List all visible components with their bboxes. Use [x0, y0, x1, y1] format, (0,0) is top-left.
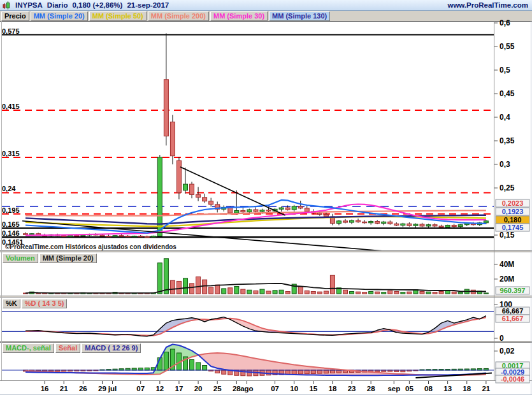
svg-text:0,146: 0,146	[2, 229, 20, 237]
stoch-header-badge-1[interactable]: %D ( 14 3 5)	[22, 299, 68, 308]
svg-text:25: 25	[213, 385, 222, 392]
svg-text:0,165: 0,165	[2, 220, 20, 228]
macd-header-badge-0[interactable]: MACD-, señal	[3, 343, 54, 353]
svg-text:17: 17	[175, 385, 183, 392]
svg-text:0,02: 0,02	[500, 347, 515, 356]
svg-text:66,667: 66,667	[502, 307, 524, 315]
svg-text:0,195: 0,195	[2, 206, 20, 214]
svg-text:0,1745: 0,1745	[502, 224, 524, 231]
svg-text:28: 28	[367, 385, 375, 392]
svg-text:0,180: 0,180	[504, 216, 522, 224]
svg-text:-0,0046: -0,0046	[501, 375, 524, 383]
svg-text:sep: sep	[387, 385, 400, 392]
svg-text:0,25: 0,25	[500, 183, 515, 192]
proRealTime-chart-window: INYPSA Diario 0,180 (+2,86%) 21-sep-2017…	[0, 0, 532, 395]
svg-text:©ProRealTime.com Históricos a: ©ProRealTime.com Históricos ajustados co…	[5, 243, 176, 250]
svg-text:18: 18	[463, 385, 471, 392]
svg-text:26: 26	[79, 385, 87, 392]
svg-text:21: 21	[60, 385, 68, 392]
svg-text:960.397: 960.397	[500, 287, 526, 294]
svg-text:0,415: 0,415	[2, 103, 20, 110]
svg-text:18: 18	[329, 385, 337, 392]
svg-text:0,3: 0,3	[500, 160, 510, 169]
svg-text:20M: 20M	[500, 275, 514, 284]
svg-text:13: 13	[443, 385, 452, 392]
svg-text:16: 16	[41, 385, 49, 392]
svg-text:0,15: 0,15	[500, 231, 515, 240]
svg-text:23: 23	[348, 385, 356, 392]
chart-canvas[interactable]: 0,5750,4150,3150,240,1950,1650,1460,1451…	[0, 0, 532, 395]
svg-text:0,55: 0,55	[500, 42, 515, 51]
svg-text:0,4: 0,4	[500, 113, 510, 122]
volume-panel-header: VolumenMM (Simple 20)	[3, 254, 97, 263]
svg-text:29: 29	[98, 385, 106, 392]
macd-header-badge-2[interactable]: MACD ( 12 26 9)	[82, 343, 141, 353]
svg-text:07: 07	[271, 385, 279, 392]
svg-text:0,1923: 0,1923	[502, 208, 524, 215]
svg-text:07: 07	[136, 385, 145, 392]
volume-header-badge-1[interactable]: MM (Simple 20)	[40, 254, 97, 263]
svg-text:21: 21	[482, 385, 490, 392]
stoch-header-badge-0[interactable]: %K	[3, 299, 20, 308]
svg-text:10: 10	[290, 385, 298, 392]
svg-text:0,45: 0,45	[500, 89, 515, 98]
svg-text:0: 0	[500, 334, 504, 343]
svg-text:0,5: 0,5	[500, 66, 510, 75]
svg-text:15: 15	[309, 385, 317, 392]
svg-text:0,35: 0,35	[500, 136, 515, 145]
svg-text:0,2023: 0,2023	[502, 199, 524, 207]
stochastic-panel-header: %K%D ( 14 3 5)	[3, 299, 67, 308]
svg-text:0,6: 0,6	[500, 18, 510, 27]
svg-text:12: 12	[155, 385, 164, 392]
macd-header-badge-1[interactable]: Señal	[55, 343, 80, 353]
svg-text:20: 20	[194, 385, 203, 392]
svg-text:0,24: 0,24	[2, 185, 16, 192]
svg-text:jul: jul	[108, 385, 117, 392]
svg-text:05: 05	[405, 385, 413, 392]
svg-text:40M: 40M	[500, 260, 514, 269]
macd-panel-header: MACD-, señalSeñalMACD ( 12 26 9)	[3, 343, 141, 353]
svg-text:0,315: 0,315	[2, 150, 20, 157]
svg-text:08: 08	[424, 385, 433, 392]
volume-header-badge-0[interactable]: Volumen	[3, 254, 38, 263]
svg-text:ago: ago	[240, 385, 253, 392]
svg-text:61,667: 61,667	[502, 315, 524, 322]
svg-text:0,575: 0,575	[2, 27, 20, 35]
